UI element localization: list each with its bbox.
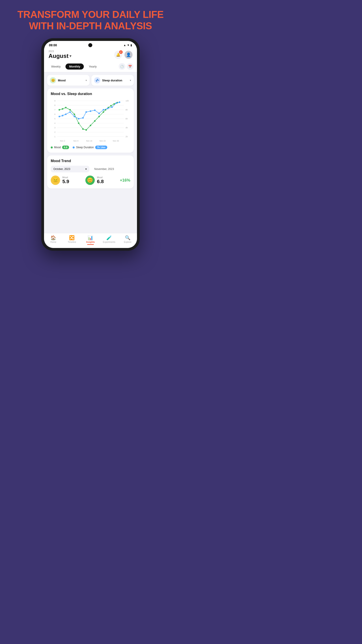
mood-caret-icon: ▾	[86, 79, 87, 82]
mood-dropdown[interactable]: 😊 Mood ▾	[47, 75, 90, 86]
chart-legend: Mood 6.8 Sleep Duration 7h 14m	[51, 146, 130, 149]
nav-experiments-label: Experiments	[103, 241, 115, 243]
chart-area: 1 2 3 4 5 6 7 8 9 2h 4h 6h	[51, 98, 130, 143]
period2-label: November, 2023	[92, 166, 130, 172]
tab-monthly[interactable]: Monthly	[65, 64, 84, 70]
trend-date-row: October, 2023 ▾ November, 2023	[51, 166, 130, 172]
svg-point-51	[82, 117, 84, 119]
svg-text:9: 9	[54, 100, 55, 102]
trend-title: Mood Trend	[51, 159, 130, 163]
timeline-icon: 🔀	[69, 235, 75, 240]
home-icon: 🏠	[50, 235, 56, 240]
svg-point-59	[115, 102, 117, 104]
svg-text:Nov 23: Nov 23	[99, 140, 106, 142]
sleep-caret-icon: ▾	[130, 79, 131, 82]
mood-legend-dot	[51, 146, 53, 148]
period2-mood-entry: 😊 Mood 6.8	[85, 176, 117, 185]
period1-selector[interactable]: October, 2023 ▾	[51, 166, 89, 172]
experiments-icon: 🧪	[106, 235, 112, 240]
period2-mood-info: Mood 6.8	[97, 176, 104, 184]
period1-caret: ▾	[85, 168, 87, 170]
tab-yearly[interactable]: Yearly	[85, 64, 100, 70]
app-header: 2023 August ▾ 🔔 2 👤	[44, 48, 137, 62]
mood-legend-badge: 6.8	[62, 146, 69, 149]
status-time: 09:00	[49, 44, 57, 47]
period1-label: October, 2023	[53, 168, 70, 170]
svg-point-50	[78, 118, 79, 120]
svg-text:7: 7	[54, 109, 55, 111]
period1-emoji: 😑	[51, 176, 60, 185]
nav-timeline-label: Timeline	[68, 241, 76, 243]
nav-insights[interactable]: 📊 Insights	[84, 235, 97, 245]
period2-mood-label: Mood	[97, 176, 104, 179]
svg-text:6h: 6h	[126, 118, 128, 120]
svg-point-38	[98, 116, 100, 118]
svg-point-36	[90, 125, 91, 126]
svg-text:8: 8	[54, 104, 55, 106]
nav-home[interactable]: 🏠 Home	[47, 235, 60, 245]
period1-mood-value: 5.9	[62, 179, 69, 184]
nav-timeline[interactable]: 🔀 Timeline	[65, 235, 79, 245]
mood-legend-item: Mood 6.8	[51, 146, 69, 149]
svg-text:2h: 2h	[126, 136, 128, 138]
tab-action-icons: 🕐 📅	[119, 63, 133, 70]
avatar-button[interactable]: 👤	[124, 51, 132, 59]
svg-point-48	[69, 111, 71, 113]
nav-experiments[interactable]: 🧪 Experiments	[102, 235, 116, 245]
nav-explore[interactable]: 🔍 Explore	[121, 235, 134, 245]
period2-emoji: 😊	[85, 176, 95, 185]
calendar-button[interactable]: 📅	[127, 63, 133, 70]
user-icon: 👤	[126, 52, 131, 57]
chart-title: Mood vs. Sleep duration	[51, 92, 130, 96]
header-right: 🔔 2 👤	[114, 51, 132, 59]
tabs-bar: Weekly Monthly Yearly 🕐 📅	[44, 62, 137, 72]
mood-trend-card: Mood Trend October, 2023 ▾ November, 202…	[47, 156, 134, 188]
camera-notch	[88, 43, 92, 47]
svg-point-46	[62, 115, 63, 116]
svg-point-29	[62, 108, 63, 110]
svg-point-60	[119, 102, 120, 103]
svg-text:5: 5	[54, 118, 55, 120]
svg-text:10h: 10h	[126, 100, 129, 102]
notification-button[interactable]: 🔔 2	[114, 51, 122, 59]
dropdowns-row: 😊 Mood ▾ 💤 Sleep duration ▾	[47, 75, 134, 86]
svg-point-28	[58, 109, 60, 111]
svg-text:1: 1	[54, 136, 55, 138]
svg-point-57	[107, 108, 109, 109]
sleep-legend-badge: 7h 14m	[95, 146, 107, 149]
mood-legend-label: Mood	[54, 146, 61, 149]
sleep-dropdown[interactable]: 💤 Sleep duration ▾	[91, 75, 134, 86]
sleep-legend-label: Sleep Duration	[76, 146, 94, 149]
svg-text:Nov 9: Nov 9	[73, 140, 78, 142]
tab-weekly[interactable]: Weekly	[48, 64, 64, 70]
insights-active-indicator	[87, 244, 94, 245]
nav-insights-label: Insights	[86, 241, 95, 243]
period2-mood-value: 6.8	[97, 179, 104, 184]
header-month[interactable]: August ▾	[48, 52, 71, 60]
header-left: 2023 August ▾	[48, 50, 71, 60]
mood-dropdown-label: Mood	[58, 79, 84, 82]
clock-icon: 🕐	[120, 65, 124, 68]
sleep-dropdown-icon: 💤	[94, 77, 100, 84]
status-bar: 09:00 ▲ ▼ ▮	[44, 41, 137, 48]
svg-point-49	[73, 116, 75, 118]
svg-point-39	[103, 111, 104, 113]
battery-icon: ▮	[130, 44, 132, 47]
svg-text:Nov 2: Nov 2	[60, 140, 65, 142]
svg-point-33	[78, 122, 79, 124]
sleep-legend-item: Sleep Duration 7h 14m	[73, 146, 107, 149]
chart-svg: 1 2 3 4 5 6 7 8 9 2h 4h 6h	[51, 98, 130, 143]
scroll-content: 😊 Mood ▾ 💤 Sleep duration ▾ Mood vs. Sle…	[44, 72, 137, 233]
calendar-icon: 📅	[128, 65, 132, 68]
sleep-dropdown-label: Sleep duration	[102, 79, 128, 82]
svg-point-47	[65, 114, 67, 115]
period1-mood-entry: 😑 Mood 5.9	[51, 176, 83, 185]
wifi-icon: ▼	[127, 44, 130, 47]
chart-card: Mood vs. Sleep duration	[47, 88, 134, 153]
notification-badge: 2	[119, 50, 123, 54]
history-button[interactable]: 🕐	[119, 63, 125, 70]
svg-point-45	[58, 116, 60, 118]
svg-text:3: 3	[54, 126, 55, 129]
svg-point-32	[73, 114, 75, 115]
period1-mood-info: Mood 5.9	[62, 176, 69, 184]
